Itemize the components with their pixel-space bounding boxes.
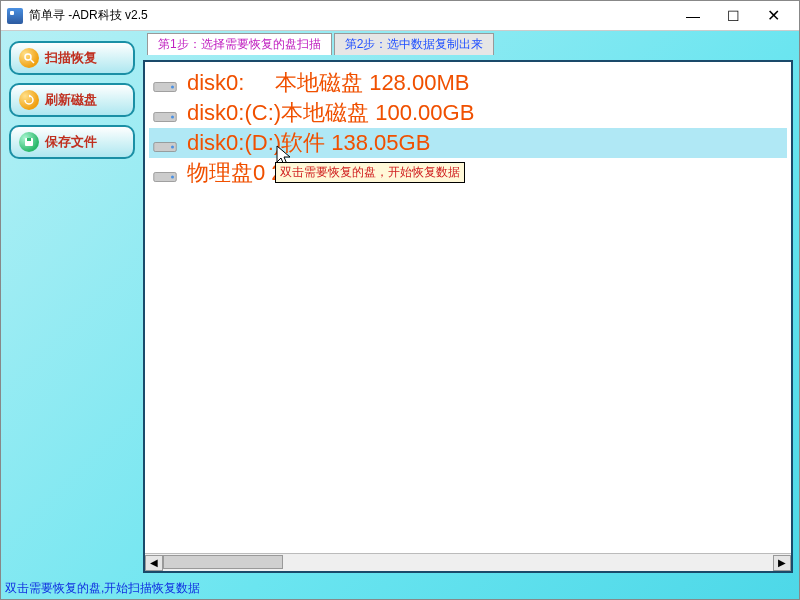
disk-list[interactable]: disk0: 本地磁盘 128.00MB disk0:(C:)本地磁盘 100.… — [145, 62, 791, 553]
sidebar: 扫描恢复 刷新磁盘 保存文件 — [7, 37, 137, 573]
app-icon — [7, 8, 23, 24]
svg-point-7 — [171, 116, 174, 119]
scan-recover-button[interactable]: 扫描恢复 — [9, 41, 135, 75]
scan-icon — [19, 48, 39, 68]
disk-icon — [153, 75, 177, 91]
main-panel: disk0: 本地磁盘 128.00MB disk0:(C:)本地磁盘 100.… — [143, 60, 793, 573]
disk-icon — [153, 105, 177, 121]
scroll-left-arrow[interactable]: ◀ — [145, 555, 163, 571]
svg-point-0 — [25, 54, 31, 60]
disk-text: disk0: 本地磁盘 128.00MB — [187, 68, 469, 98]
svg-rect-3 — [27, 138, 31, 141]
app-window: 简单寻 -ADR科技 v2.5 — ☐ ✕ 扫描恢复 刷新磁盘 — [0, 0, 800, 600]
svg-point-5 — [171, 86, 174, 89]
status-bar: 双击需要恢复的盘,开始扫描恢复数据 — [1, 579, 799, 599]
disk-icon — [153, 135, 177, 151]
step-tabs: 第1步：选择需要恢复的盘扫描 第2步：选中数据复制出来 — [147, 33, 494, 55]
svg-point-9 — [171, 146, 174, 149]
disk-text: disk0:(C:)本地磁盘 100.00GB — [187, 98, 474, 128]
minimize-button[interactable]: — — [673, 2, 713, 30]
scroll-thumb[interactable] — [163, 555, 283, 569]
close-button[interactable]: ✕ — [753, 2, 793, 30]
tooltip: 双击需要恢复的盘，开始恢复数据 — [275, 162, 465, 183]
tab-step2[interactable]: 第2步：选中数据复制出来 — [334, 33, 495, 55]
svg-line-1 — [31, 60, 35, 64]
svg-point-11 — [171, 176, 174, 179]
scan-recover-label: 扫描恢复 — [45, 49, 97, 67]
disk-row[interactable]: 物理盘0 238.47GB — [149, 158, 787, 188]
disk-row[interactable]: disk0:(D:)软件 138.05GB — [149, 128, 787, 158]
maximize-button[interactable]: ☐ — [713, 2, 753, 30]
disk-text: disk0:(D:)软件 138.05GB — [187, 128, 430, 158]
window-title: 简单寻 -ADR科技 v2.5 — [29, 7, 148, 24]
refresh-disk-button[interactable]: 刷新磁盘 — [9, 83, 135, 117]
scroll-track[interactable] — [163, 555, 773, 571]
refresh-icon — [19, 90, 39, 110]
app-body: 扫描恢复 刷新磁盘 保存文件 第1步：选择需要恢复的盘扫描 第2步：选中数据复制… — [1, 31, 799, 579]
save-icon — [19, 132, 39, 152]
refresh-disk-label: 刷新磁盘 — [45, 91, 97, 109]
save-file-label: 保存文件 — [45, 133, 97, 151]
titlebar[interactable]: 简单寻 -ADR科技 v2.5 — ☐ ✕ — [1, 1, 799, 31]
disk-icon — [153, 165, 177, 181]
scroll-right-arrow[interactable]: ▶ — [773, 555, 791, 571]
disk-row[interactable]: disk0: 本地磁盘 128.00MB — [149, 68, 787, 98]
horizontal-scrollbar[interactable]: ◀ ▶ — [145, 553, 791, 571]
tab-step1[interactable]: 第1步：选择需要恢复的盘扫描 — [147, 33, 332, 55]
save-file-button[interactable]: 保存文件 — [9, 125, 135, 159]
disk-row[interactable]: disk0:(C:)本地磁盘 100.00GB — [149, 98, 787, 128]
